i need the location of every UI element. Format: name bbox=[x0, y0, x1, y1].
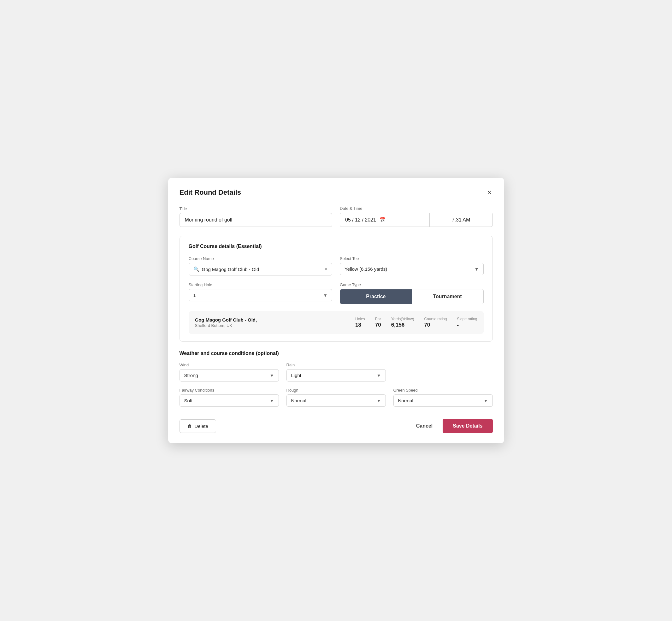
weather-section-title: Weather and course conditions (optional) bbox=[179, 350, 493, 356]
wind-value: Strong bbox=[184, 373, 198, 378]
wind-rain-row: Wind Strong ▼ Rain Light ▼ bbox=[179, 363, 493, 381]
slope-rating-value: - bbox=[457, 322, 459, 328]
game-type-toggle: Practice Tournament bbox=[340, 289, 484, 304]
datetime-inputs: 05 / 12 / 2021 📅 7:31 AM bbox=[340, 213, 493, 227]
select-tee-value: Yellow (6,156 yards) bbox=[344, 266, 387, 272]
course-rating-value: 70 bbox=[424, 322, 430, 328]
game-type-label: Game Type bbox=[340, 282, 484, 287]
golf-course-section-title: Golf Course details (Essential) bbox=[189, 244, 484, 249]
course-search-input[interactable] bbox=[202, 266, 322, 272]
course-name-group: Course Name 🔍 × bbox=[189, 256, 333, 276]
select-tee-group: Select Tee Yellow (6,156 yards) ▼ bbox=[340, 256, 484, 276]
rough-group: Rough Normal ▼ bbox=[287, 388, 386, 407]
close-button[interactable]: × bbox=[486, 188, 493, 197]
course-name-input[interactable]: 🔍 × bbox=[189, 263, 333, 276]
fairway-label: Fairway Conditions bbox=[179, 388, 279, 392]
modal-title: Edit Round Details bbox=[179, 189, 241, 197]
holes-value: 18 bbox=[355, 322, 361, 328]
wind-dropdown[interactable]: Strong ▼ bbox=[179, 369, 279, 381]
course-info-location: Shelford Bottom, UK bbox=[195, 323, 257, 328]
tournament-button[interactable]: Tournament bbox=[412, 289, 483, 304]
course-rating-label: Course rating bbox=[424, 317, 447, 321]
rain-label: Rain bbox=[287, 363, 386, 367]
delete-button[interactable]: 🗑 Delete bbox=[179, 419, 216, 433]
course-tee-row: Course Name 🔍 × Select Tee Yellow (6,156… bbox=[189, 256, 484, 276]
search-icon: 🔍 bbox=[194, 266, 199, 272]
yards-value: 6,156 bbox=[391, 322, 405, 328]
calendar-icon: 📅 bbox=[379, 217, 385, 223]
green-speed-label: Green Speed bbox=[393, 388, 493, 392]
starting-hole-value: 1 bbox=[194, 292, 196, 298]
hole-gametype-row: Starting Hole 1 ▼ Game Type Practice Tou… bbox=[189, 282, 484, 304]
title-field-group: Title bbox=[179, 206, 333, 227]
rain-dropdown[interactable]: Light ▼ bbox=[287, 369, 386, 381]
footer-right: Cancel Save Details bbox=[414, 419, 493, 433]
holes-label: Holes bbox=[355, 317, 365, 321]
course-clear-button[interactable]: × bbox=[325, 266, 328, 272]
green-speed-value: Normal bbox=[398, 398, 413, 403]
starting-hole-chevron-icon: ▼ bbox=[323, 293, 328, 298]
golf-course-section: Golf Course details (Essential) Course N… bbox=[179, 236, 493, 342]
top-row: Title Date & Time 05 / 12 / 2021 📅 7:31 … bbox=[179, 206, 493, 227]
game-type-group: Game Type Practice Tournament bbox=[340, 282, 484, 304]
rain-group: Rain Light ▼ bbox=[287, 363, 386, 381]
starting-hole-dropdown[interactable]: 1 ▼ bbox=[189, 289, 333, 301]
starting-hole-group: Starting Hole 1 ▼ bbox=[189, 282, 333, 304]
yards-label: Yards(Yellow) bbox=[391, 317, 414, 321]
datetime-label: Date & Time bbox=[340, 206, 493, 211]
rain-chevron-icon: ▼ bbox=[377, 373, 381, 378]
stat-slope-rating: Slope rating - bbox=[457, 317, 477, 328]
course-info-row: Gog Magog Golf Club - Old, Shelford Bott… bbox=[189, 311, 484, 334]
datetime-field-group: Date & Time 05 / 12 / 2021 📅 7:31 AM bbox=[340, 206, 493, 227]
cancel-button[interactable]: Cancel bbox=[414, 419, 435, 432]
date-input[interactable]: 05 / 12 / 2021 📅 bbox=[340, 213, 430, 227]
rain-value: Light bbox=[291, 373, 302, 378]
rough-chevron-icon: ▼ bbox=[377, 398, 381, 403]
course-info-name: Gog Magog Golf Club - Old, bbox=[195, 317, 257, 323]
green-speed-dropdown[interactable]: Normal ▼ bbox=[393, 395, 493, 407]
time-input[interactable]: 7:31 AM bbox=[430, 213, 493, 227]
starting-hole-label: Starting Hole bbox=[189, 282, 333, 287]
stat-holes: Holes 18 bbox=[355, 317, 365, 328]
wind-chevron-icon: ▼ bbox=[270, 373, 274, 378]
course-info-name-block: Gog Magog Golf Club - Old, Shelford Bott… bbox=[195, 317, 257, 328]
fairway-value: Soft bbox=[184, 398, 193, 403]
fairway-dropdown[interactable]: Soft ▼ bbox=[179, 395, 279, 407]
footer-row: 🗑 Delete Cancel Save Details bbox=[179, 416, 493, 433]
delete-label: Delete bbox=[195, 423, 208, 429]
weather-section: Weather and course conditions (optional)… bbox=[179, 350, 493, 407]
fairway-rough-green-row: Fairway Conditions Soft ▼ Rough Normal ▼… bbox=[179, 388, 493, 407]
stat-par: Par 70 bbox=[375, 317, 381, 328]
fairway-chevron-icon: ▼ bbox=[270, 398, 274, 403]
course-info-stats: Holes 18 Par 70 Yards(Yellow) 6,156 Cour… bbox=[355, 317, 477, 328]
title-input[interactable] bbox=[179, 213, 333, 227]
wind-group: Wind Strong ▼ bbox=[179, 363, 279, 381]
green-speed-chevron-icon: ▼ bbox=[484, 398, 488, 403]
edit-round-modal: Edit Round Details × Title Date & Time 0… bbox=[168, 178, 504, 443]
rough-value: Normal bbox=[291, 398, 306, 403]
stat-yards: Yards(Yellow) 6,156 bbox=[391, 317, 414, 328]
select-tee-label: Select Tee bbox=[340, 256, 484, 261]
par-label: Par bbox=[375, 317, 381, 321]
save-button[interactable]: Save Details bbox=[443, 419, 493, 433]
green-speed-group: Green Speed Normal ▼ bbox=[393, 388, 493, 407]
rough-dropdown[interactable]: Normal ▼ bbox=[287, 395, 386, 407]
time-value: 7:31 AM bbox=[452, 217, 470, 223]
modal-header: Edit Round Details × bbox=[179, 188, 493, 197]
stat-course-rating: Course rating 70 bbox=[424, 317, 447, 328]
wind-label: Wind bbox=[179, 363, 279, 367]
chevron-down-icon: ▼ bbox=[474, 266, 479, 272]
title-label: Title bbox=[179, 206, 333, 211]
slope-rating-label: Slope rating bbox=[457, 317, 477, 321]
select-tee-dropdown[interactable]: Yellow (6,156 yards) ▼ bbox=[340, 263, 484, 275]
practice-button[interactable]: Practice bbox=[340, 289, 412, 304]
date-value: 05 / 12 / 2021 bbox=[345, 217, 376, 223]
trash-icon: 🗑 bbox=[187, 423, 192, 429]
course-name-label: Course Name bbox=[189, 256, 333, 261]
rough-label: Rough bbox=[287, 388, 386, 392]
par-value: 70 bbox=[375, 322, 381, 328]
fairway-group: Fairway Conditions Soft ▼ bbox=[179, 388, 279, 407]
